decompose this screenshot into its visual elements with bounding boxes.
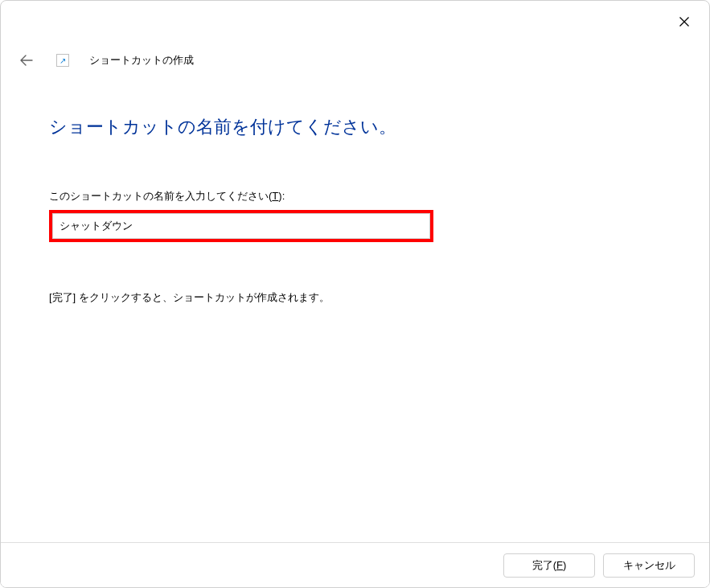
window-title: ショートカットの作成 <box>89 53 194 68</box>
back-button[interactable] <box>17 51 36 70</box>
close-icon <box>679 17 689 27</box>
input-highlight-wrapper <box>49 210 433 242</box>
input-label: このショートカットの名前を入力してください(T): <box>49 189 661 204</box>
header-row: ↗ ショートカットの作成 <box>1 51 709 70</box>
title-bar <box>1 1 709 39</box>
finish-button[interactable]: 完了(F) <box>503 553 595 578</box>
info-text: [完了] をクリックすると、ショートカットが作成されます。 <box>49 290 661 305</box>
content-area: ショートカットの名前を付けてください。 このショートカットの名前を入力してくださ… <box>1 70 709 305</box>
close-button[interactable] <box>666 9 703 35</box>
footer: 完了(F) キャンセル <box>1 542 709 587</box>
shortcut-name-input[interactable] <box>52 213 430 239</box>
back-arrow-icon <box>19 53 34 68</box>
shortcut-icon: ↗ <box>55 53 70 68</box>
cancel-button[interactable]: キャンセル <box>603 553 695 578</box>
main-heading: ショートカットの名前を付けてください。 <box>49 115 661 139</box>
